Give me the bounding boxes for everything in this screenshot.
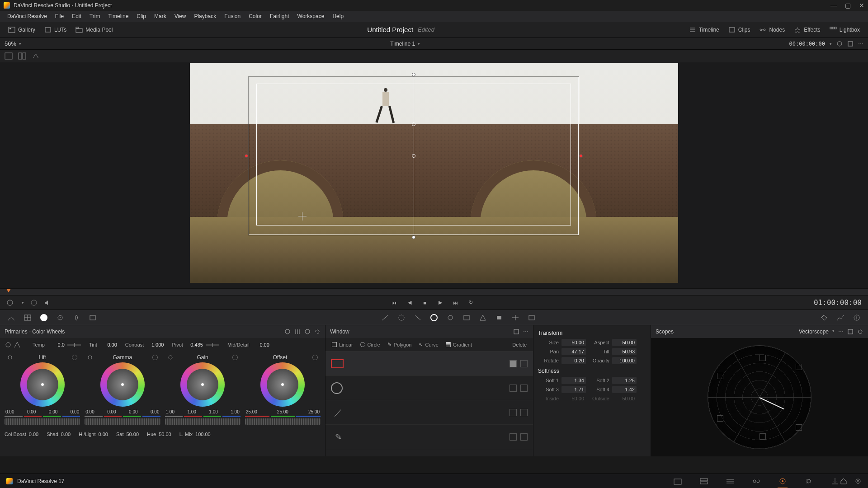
contrast-value[interactable]: 1.000 xyxy=(146,342,164,347)
mute-icon[interactable] xyxy=(44,299,51,306)
tilt-value[interactable]: 50.93 xyxy=(612,348,637,355)
menu-view[interactable]: View xyxy=(171,12,190,21)
lift-jog[interactable] xyxy=(5,418,80,425)
gain-jog[interactable] xyxy=(165,418,241,425)
step-fwd-button[interactable]: ⏭ xyxy=(452,299,459,306)
menu-playback[interactable]: Playback xyxy=(190,12,220,21)
bypass-icon[interactable] xyxy=(836,41,843,47)
play-button[interactable]: ▶ xyxy=(437,299,444,306)
unmix-icon[interactable] xyxy=(30,299,38,306)
window-item-gradient[interactable]: ▬ xyxy=(326,449,533,456)
menu-davinciresolve[interactable]: DaVinci Resolve xyxy=(4,12,51,21)
colorwarp-icon[interactable] xyxy=(395,312,408,324)
menu-fusion[interactable]: Fusion xyxy=(221,12,244,21)
window-polygon-button[interactable]: ✎Polygon xyxy=(385,340,415,349)
loop-button[interactable]: ↻ xyxy=(467,299,475,306)
zoom-level[interactable]: 56% xyxy=(5,40,16,47)
pw-handle-bottom[interactable] xyxy=(412,235,415,239)
menu-trim[interactable]: Trim xyxy=(86,12,104,21)
scope-type-dropdown[interactable]: Vectorscope xyxy=(799,328,829,335)
opacity-value[interactable]: 100.00 xyxy=(612,357,637,364)
qualifier-icon[interactable] xyxy=(411,312,425,324)
window-circle-button[interactable]: Circle xyxy=(358,341,383,349)
window-item-curve[interactable]: ✎ xyxy=(326,425,533,449)
wheel-mode-icon[interactable] xyxy=(284,328,291,335)
window-curve-button[interactable]: ∿Curve xyxy=(416,340,441,349)
magicmask-icon[interactable] xyxy=(460,312,473,324)
window-item-circle[interactable] xyxy=(326,376,533,400)
reset-all-icon[interactable] xyxy=(314,328,321,335)
scope-chevron-icon[interactable]: ▾ xyxy=(832,328,835,335)
menu-timeline[interactable]: Timeline xyxy=(104,12,132,21)
imagemode-icon[interactable] xyxy=(5,52,13,60)
soft3-value[interactable]: 1.71 xyxy=(561,386,586,393)
menu-mark[interactable]: Mark xyxy=(151,12,170,21)
close-button[interactable]: ✕ xyxy=(859,2,864,9)
page-media[interactable] xyxy=(673,477,683,486)
clips-button[interactable]: Clips xyxy=(725,25,754,35)
lmix-value[interactable]: 100.00 xyxy=(195,432,211,437)
key-tool-icon[interactable] xyxy=(86,312,99,324)
power-window-rect[interactable] xyxy=(249,77,579,235)
window-item-polygon[interactable]: ／ xyxy=(326,400,533,425)
temp-value[interactable]: 0.0 xyxy=(47,342,65,347)
scopes-options-icon[interactable]: ⋯ xyxy=(838,328,844,335)
scopes-settings-icon[interactable] xyxy=(857,328,863,335)
minimize-button[interactable]: — xyxy=(830,2,837,9)
pw-handle-center[interactable] xyxy=(412,154,415,158)
menu-edit[interactable]: Edit xyxy=(68,12,85,21)
scopes-icon[interactable] xyxy=(834,312,847,324)
lift-reset-icon[interactable] xyxy=(72,355,77,360)
picker-dropdown-icon[interactable]: ▾ xyxy=(22,300,24,305)
window-gradient-button[interactable]: Gradient xyxy=(443,341,475,349)
middetail-value[interactable]: 0.00 xyxy=(252,342,269,347)
window-palette-icon[interactable] xyxy=(427,312,441,324)
sat-value[interactable]: 50.00 xyxy=(126,432,139,437)
curves-palette-icon[interactable] xyxy=(378,312,392,324)
window-linear-button[interactable]: Linear xyxy=(329,341,356,349)
gamma-picker-icon[interactable] xyxy=(87,355,93,360)
settings-icon[interactable] xyxy=(854,478,862,485)
curve-mask-toggle[interactable] xyxy=(509,433,517,441)
curves-tool-icon[interactable] xyxy=(5,312,18,324)
first-frame-button[interactable]: ⏮ xyxy=(391,299,398,306)
3d-icon[interactable] xyxy=(525,312,538,324)
tracking-icon[interactable] xyxy=(443,312,457,324)
aspect-value[interactable]: 50.00 xyxy=(612,339,637,346)
menu-clip[interactable]: Clip xyxy=(133,12,150,21)
warper-tool-icon[interactable] xyxy=(21,312,34,324)
keyframe-icon[interactable] xyxy=(817,312,831,324)
qualifier-tool-icon[interactable] xyxy=(37,312,51,324)
splitview-icon[interactable] xyxy=(18,52,26,60)
window-item-rect[interactable] xyxy=(326,352,533,376)
playhead-icon[interactable] xyxy=(6,289,11,292)
poly-mask-toggle[interactable] xyxy=(509,409,517,416)
rotate-value[interactable]: 0.20 xyxy=(561,357,586,364)
timeline-ruler[interactable] xyxy=(0,288,868,296)
bars-mode-icon[interactable] xyxy=(294,328,301,335)
key-palette-icon[interactable] xyxy=(492,312,506,324)
timeline-dropdown-icon[interactable]: ▾ xyxy=(418,42,420,46)
nodes-button[interactable]: Nodes xyxy=(755,25,788,35)
timeline-button[interactable]: Timeline xyxy=(685,25,723,35)
offset-wheel[interactable] xyxy=(260,362,305,407)
viewer-canvas[interactable] xyxy=(190,63,678,283)
awb-icon[interactable] xyxy=(14,341,21,348)
mediapool-button[interactable]: Media Pool xyxy=(72,25,116,35)
pivot-value[interactable]: 0.435 xyxy=(186,342,203,347)
gallery-button[interactable]: Gallery xyxy=(5,25,39,35)
step-back-button[interactable]: ◀ xyxy=(406,299,413,306)
sizing-icon[interactable] xyxy=(509,312,522,324)
colboost-value[interactable]: 0.00 xyxy=(29,432,38,437)
hilight-value[interactable]: 0.00 xyxy=(99,432,108,437)
page-edit[interactable] xyxy=(725,477,735,486)
window-preset-icon[interactable] xyxy=(513,328,519,335)
page-fairlight[interactable] xyxy=(804,477,814,486)
page-deliver[interactable] xyxy=(830,477,840,486)
maximize-button[interactable]: ▢ xyxy=(845,2,851,9)
size-value[interactable]: 50.00 xyxy=(561,339,586,346)
rect-mask-toggle[interactable] xyxy=(509,360,517,367)
menu-color[interactable]: Color xyxy=(245,12,265,21)
circle-invert-toggle[interactable] xyxy=(520,385,528,392)
gain-picker-icon[interactable] xyxy=(168,355,173,360)
